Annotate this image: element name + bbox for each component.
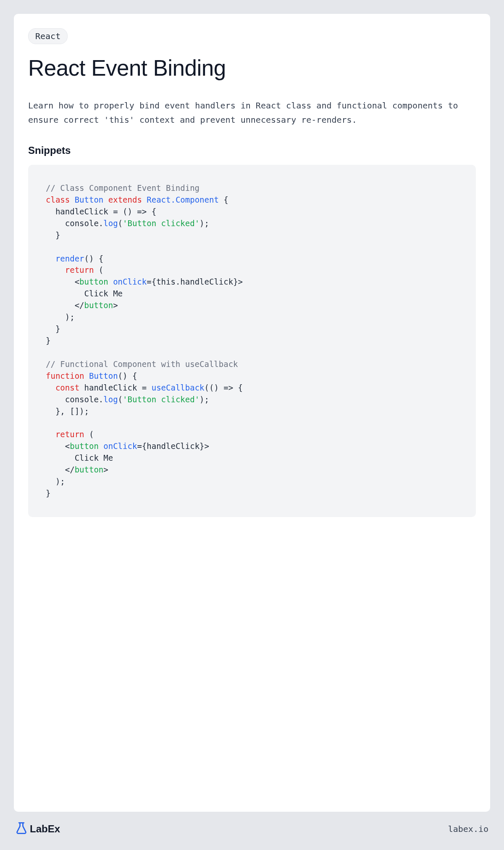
code-text: Click Me [46, 289, 123, 298]
flask-icon [16, 822, 27, 836]
code-text: ); [200, 219, 209, 228]
code-classname: Button [75, 195, 104, 204]
code-text: ={this.handleClick}> [147, 277, 243, 286]
category-tag: React [28, 28, 68, 44]
code-jsx-attr: onClick [103, 441, 137, 451]
code-text: </ [46, 465, 75, 474]
code-text [99, 441, 103, 451]
code-keyword: function [46, 371, 84, 380]
code-text [84, 371, 89, 380]
code-text [46, 265, 65, 275]
code-jsx-tag: button [75, 465, 104, 474]
code-keyword: extends [108, 195, 142, 204]
code-text [46, 430, 55, 439]
code-text: (() => { [205, 383, 243, 392]
code-text: > [103, 465, 108, 474]
code-method: log [103, 219, 118, 228]
code-method: log [103, 395, 118, 404]
code-comment: // Class Component Event Binding [46, 183, 200, 193]
code-string: 'Button clicked' [123, 219, 200, 228]
code-text: ={handleClick}> [137, 441, 209, 451]
brand-name: LabEx [30, 823, 60, 835]
code-text: () { [84, 254, 104, 263]
code-text: } [46, 336, 50, 345]
tutorial-description: Learn how to properly bind event handler… [28, 98, 476, 127]
brand-link[interactable]: labex.io [448, 824, 488, 834]
code-method: render [55, 254, 84, 263]
code-text: < [46, 277, 79, 286]
code-jsx-tag: button [70, 441, 99, 451]
code-text [108, 277, 113, 286]
code-text: ( [94, 265, 103, 275]
code-text: ( [118, 395, 123, 404]
code-text: > [113, 301, 118, 310]
code-text: </ [46, 301, 84, 310]
code-text: } [46, 324, 60, 333]
code-text: ); [200, 395, 209, 404]
code-text: ); [46, 312, 75, 322]
code-text: } [46, 488, 50, 498]
code-text: () { [118, 371, 137, 380]
page-title: React Event Binding [28, 55, 476, 81]
code-jsx-tag: button [84, 301, 113, 310]
code-text: ( [118, 219, 123, 228]
code-text [46, 254, 55, 263]
brand-logo: LabEx [16, 822, 60, 836]
code-text: console. [46, 219, 103, 228]
code-text: console. [46, 395, 103, 404]
code-text: Click Me [46, 453, 113, 462]
code-comment: // Functional Component with useCallback [46, 359, 238, 369]
content-card: React React Event Binding Learn how to p… [14, 14, 490, 812]
code-text: } [46, 230, 60, 240]
code-text: }, []); [46, 407, 89, 416]
code-snippet: // Class Component Event Binding class B… [28, 165, 476, 517]
code-funcname: useCallback [152, 383, 205, 392]
code-text: ( [84, 430, 94, 439]
code-text [46, 383, 55, 392]
code-keyword: return [55, 430, 84, 439]
code-funcname: Button [89, 371, 118, 380]
section-heading-snippets: Snippets [28, 145, 476, 156]
code-text: handleClick = () => { [46, 207, 156, 216]
code-string: 'Button clicked' [123, 395, 200, 404]
code-classname: React.Component [147, 195, 219, 204]
code-keyword: class [46, 195, 70, 204]
page-footer: LabEx labex.io [14, 812, 490, 836]
code-text: handleClick = [79, 383, 152, 392]
code-keyword: return [65, 265, 94, 275]
code-text: ); [46, 477, 65, 486]
code-jsx-tag: button [79, 277, 108, 286]
code-jsx-attr: onClick [113, 277, 147, 286]
code-text: < [46, 441, 70, 451]
code-keyword: const [55, 383, 79, 392]
code-text: { [219, 195, 228, 204]
